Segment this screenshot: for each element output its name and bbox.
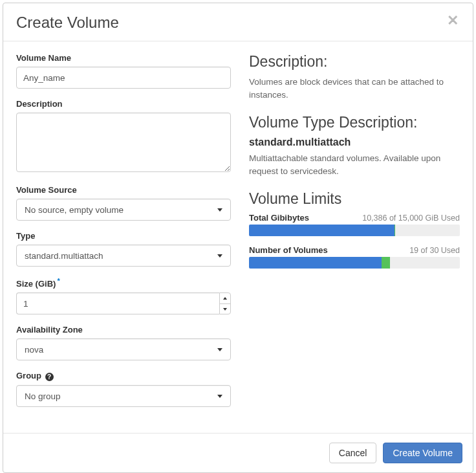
volume-source-group: Volume Source No source, empty volume — [16, 185, 231, 221]
vol-limit-label: Number of Volumes — [249, 245, 328, 255]
size-decrement-button[interactable] — [220, 303, 230, 314]
size-input[interactable] — [16, 292, 219, 314]
az-group: Availability Zone nova — [16, 325, 231, 360]
description-heading: Description: — [249, 53, 460, 71]
gib-progress — [249, 225, 460, 236]
vol-progress-used — [249, 257, 382, 269]
form-column: Volume Name Description Volume Source No… — [16, 53, 231, 417]
required-marker: * — [57, 277, 60, 285]
size-label: Size (GiB)* — [16, 277, 231, 289]
group-label: Group ? — [16, 371, 231, 381]
modal-body: Volume Name Description Volume Source No… — [3, 41, 473, 433]
modal-footer: Cancel Create Volume — [3, 433, 473, 472]
description-textarea[interactable] — [16, 113, 231, 172]
caret-down-icon — [217, 348, 222, 351]
vol-limit-row: Number of Volumes 19 of 30 Used — [249, 245, 460, 255]
size-stepper[interactable] — [16, 292, 231, 314]
cancel-button[interactable]: Cancel — [329, 443, 377, 463]
spin-buttons — [219, 292, 231, 314]
close-icon[interactable]: ✕ — [446, 14, 460, 28]
modal-title: Create Volume — [16, 14, 119, 32]
type-desc-text: Multiattachable standard volumes. Availa… — [249, 152, 460, 177]
volume-source-select[interactable]: No source, empty volume — [16, 199, 231, 221]
size-group: Size (GiB)* — [16, 277, 231, 314]
gib-progress-added — [395, 225, 395, 236]
type-name: standard.multiattach — [249, 137, 460, 148]
create-volume-button[interactable]: Create Volume — [383, 443, 462, 463]
gib-limit-row: Total Gibibytes 10,386 of 15,000 GiB Use… — [249, 213, 460, 223]
volume-source-label: Volume Source — [16, 185, 231, 195]
group-select[interactable]: No group — [16, 385, 231, 407]
volume-name-group: Volume Name — [16, 53, 231, 89]
volume-source-value: No source, empty volume — [25, 205, 124, 215]
chevron-up-icon — [223, 297, 227, 300]
az-select[interactable]: nova — [16, 338, 231, 360]
group-value: No group — [25, 391, 61, 401]
modal-header: Create Volume ✕ — [3, 3, 473, 41]
gib-progress-used — [249, 225, 395, 236]
description-text: Volumes are block devices that can be at… — [249, 76, 460, 101]
type-group: Type standard.multiattach — [16, 231, 231, 267]
caret-down-icon — [217, 208, 222, 212]
az-value: nova — [25, 345, 43, 355]
size-increment-button[interactable] — [220, 293, 230, 303]
gib-limit-label: Total Gibibytes — [249, 213, 309, 223]
az-label: Availability Zone — [16, 325, 231, 335]
group-group: Group ? No group — [16, 371, 231, 407]
info-column: Description: Volumes are block devices t… — [249, 53, 460, 417]
limits-heading: Volume Limits — [249, 190, 460, 208]
description-label: Description — [16, 99, 231, 109]
create-volume-modal: Create Volume ✕ Volume Name Description … — [3, 3, 473, 473]
chevron-down-icon — [223, 308, 227, 311]
help-icon[interactable]: ? — [45, 373, 54, 381]
type-select[interactable]: standard.multiattach — [16, 245, 231, 267]
type-value: standard.multiattach — [25, 251, 103, 261]
gib-limit-used: 10,386 of 15,000 GiB Used — [362, 214, 460, 223]
caret-down-icon — [217, 395, 222, 398]
vol-limit-used: 19 of 30 Used — [409, 246, 460, 255]
caret-down-icon — [217, 254, 222, 258]
vol-progress — [249, 257, 460, 269]
type-desc-heading: Volume Type Description: — [249, 114, 460, 131]
description-group: Description — [16, 99, 231, 175]
volume-name-input[interactable] — [16, 67, 231, 89]
volume-name-label: Volume Name — [16, 53, 231, 63]
vol-progress-added — [382, 257, 390, 269]
type-label: Type — [16, 231, 231, 241]
